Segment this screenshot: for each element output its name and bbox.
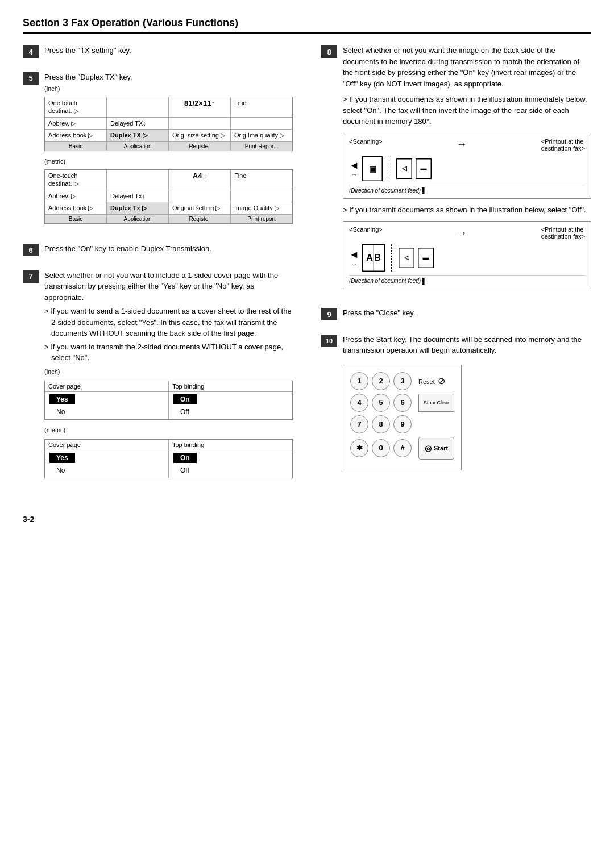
fax-row-3: Address book ▷ Duplex TX ▷ Orig. size se…	[45, 130, 292, 141]
keypad-row-3: 7 8 9	[350, 415, 454, 433]
key-0[interactable]: 0	[372, 439, 390, 457]
no-btn-metric[interactable]: No	[49, 465, 72, 475]
printout-label-group-off: <Printout at the destination fax>	[541, 226, 585, 240]
on-btn-metric[interactable]: On	[173, 453, 197, 463]
key-hash[interactable]: #	[393, 439, 412, 457]
key-1[interactable]: 1	[350, 372, 368, 390]
stop-clear-group: Stop/ Clear	[418, 394, 454, 412]
step-7-content: Select whether or not you want to includ…	[44, 270, 293, 485]
right-column: 8 Select whether or not you want the ima…	[316, 45, 591, 498]
fax-row-2: Abbrev. ▷ Delayed TX↓	[45, 118, 292, 130]
step-9: 9 Press the "Close" key.	[321, 307, 591, 322]
cover-col2-header-metric: Top binding	[169, 440, 292, 450]
cover-col1-header-metric: Cover page	[45, 440, 169, 450]
scan-diagram-off: <Scanning> → <Printout at the destinatio…	[343, 221, 591, 289]
cell-delayed-tx: Delayed TX↓	[107, 118, 169, 129]
key-6[interactable]: 6	[393, 394, 412, 412]
arrow-left-off: ◄	[349, 249, 359, 261]
direction-off: (Direction of document feed) ▌	[349, 275, 585, 284]
cell-duplex-tx: Duplex TX ▷	[107, 130, 169, 141]
step-7-text: Select whether or not you want to includ…	[44, 270, 293, 303]
step-5-number: 5	[23, 72, 39, 85]
fax-row-m3: Address book ▷ Duplex Tx ▷ Original sett…	[45, 202, 292, 214]
scan-docs-row-on: ◄ ··· ▣	[349, 156, 585, 181]
fax-nav: Basic Application Register Print Repor..…	[45, 141, 292, 151]
diagram-top-row-on: <Scanning> → <Printout at the destinatio…	[349, 138, 585, 152]
svg-text:▣: ▣	[368, 164, 376, 173]
off-btn-metric[interactable]: Off	[173, 465, 196, 475]
cell-m-empty3	[231, 190, 292, 202]
step-5: 5 Press the "Duplex TX" key. (inch) One …	[23, 72, 293, 231]
cover-col1-metric: Yes No	[45, 450, 169, 478]
step-9-text: Press the "Close" key.	[343, 307, 591, 319]
key-star[interactable]: ✱	[350, 439, 368, 457]
cover-ui-metric: Cover page Top binding Yes No On Off	[44, 439, 293, 478]
cover-col2-inch: On Off	[169, 392, 292, 419]
nav-m-basic: Basic	[45, 215, 107, 223]
printout-label-on2: destination fax>	[541, 145, 585, 152]
printout-page-b2: ▬	[418, 248, 434, 268]
printout-label-off2: destination fax>	[541, 233, 585, 240]
off-btn-inch[interactable]: Off	[173, 407, 196, 417]
step-10-content: Press the Start key. The documents will …	[343, 334, 591, 470]
step-10-number: 10	[321, 335, 337, 347]
key-9[interactable]: 9	[393, 415, 412, 433]
step-5-text: Press the "Duplex TX" key.	[44, 72, 293, 83]
scan-label-group-on: <Scanning>	[349, 138, 383, 145]
key-5[interactable]: 5	[372, 394, 390, 412]
keypad-grid: 1 2 3 Reset ⊘ 4	[350, 372, 454, 463]
start-icon: ◎	[425, 444, 432, 453]
metric-label: (metric)	[44, 158, 293, 165]
dots-off: ···	[352, 261, 356, 267]
on-btn-inch[interactable]: On	[173, 394, 197, 404]
cell-orig-ima: Orig Ima quality ▷	[231, 130, 292, 141]
start-key-group: ◎ Start	[418, 437, 454, 460]
cover-col2-header-inch: Top binding	[169, 381, 292, 392]
step-8-text: Select whether or not you want the image…	[343, 45, 591, 89]
reset-icon[interactable]: ⊘	[438, 376, 445, 386]
step-7-bullet2: > If you want to transmit the 2-sided do…	[44, 341, 293, 364]
key-3[interactable]: 3	[393, 372, 412, 390]
step-9-content: Press the "Close" key.	[343, 307, 591, 322]
cell-m-image: Image Quality ▷	[231, 202, 292, 214]
scan-dots-on: ◄ ···	[349, 160, 359, 178]
yes-btn-metric[interactable]: Yes	[49, 453, 75, 463]
key-8[interactable]: 8	[372, 415, 390, 433]
cell-address: Address book ▷	[45, 130, 107, 141]
key-2[interactable]: 2	[372, 372, 390, 390]
yes-btn-inch[interactable]: Yes	[49, 394, 75, 404]
cell-size: 81/2×11↑	[169, 97, 231, 117]
start-key[interactable]: ◎ Start	[418, 437, 454, 460]
scan-label-group-off: <Scanning>	[349, 226, 383, 233]
cover-body-row-metric: Yes No On Off	[45, 450, 292, 478]
cell-m-original: Original setting ▷	[169, 202, 231, 214]
fax-row-1: One touchdestinat. ▷ 81/2×11↑ Fine	[45, 97, 292, 118]
no-btn-inch[interactable]: No	[49, 407, 72, 417]
nav-print-report: Print Repor...	[231, 142, 292, 151]
step-6: 6 Press the "On" key to enable Duplex Tr…	[23, 243, 293, 257]
reset-label: Reset	[418, 378, 435, 385]
cell-fine: Fine	[231, 97, 292, 117]
cell-m-delayed: Delayed Tx↓	[107, 190, 169, 202]
keypad: 1 2 3 Reset ⊘ 4	[343, 365, 462, 470]
cover-body-row-inch: Yes No On Off	[45, 392, 292, 419]
step-6-number: 6	[23, 244, 39, 256]
scan-diagram-on: <Scanning> → <Printout at the destinatio…	[343, 133, 591, 199]
step-10-text: Press the Start key. The documents will …	[343, 334, 591, 356]
key-7[interactable]: 7	[350, 415, 368, 433]
step-10: 10 Press the Start key. The documents wi…	[321, 334, 591, 470]
step-4-content: Press the "TX setting" key.	[44, 45, 293, 59]
svg-text:A: A	[366, 253, 373, 262]
stop-clear-key[interactable]: Stop/ Clear	[418, 394, 454, 412]
reset-key-group: Reset ⊘	[418, 375, 445, 386]
step-7-number: 7	[23, 270, 39, 283]
step-8-bullet2: > If you transmit documents as shown in …	[343, 205, 591, 216]
step-4: 4 Press the "TX setting" key.	[23, 45, 293, 59]
inch-label: (inch)	[44, 85, 293, 92]
fax-ui-inch: One touchdestinat. ▷ 81/2×11↑ Fine Abbre…	[44, 97, 293, 151]
cell-m-one-touch: One-touchdestinat. ▷	[45, 170, 107, 190]
key-4[interactable]: 4	[350, 394, 368, 412]
cell-m-size: A4□	[169, 170, 231, 190]
scan-dots-off: ◄ ···	[349, 249, 359, 267]
arrow-left-on: ◄	[349, 160, 359, 172]
